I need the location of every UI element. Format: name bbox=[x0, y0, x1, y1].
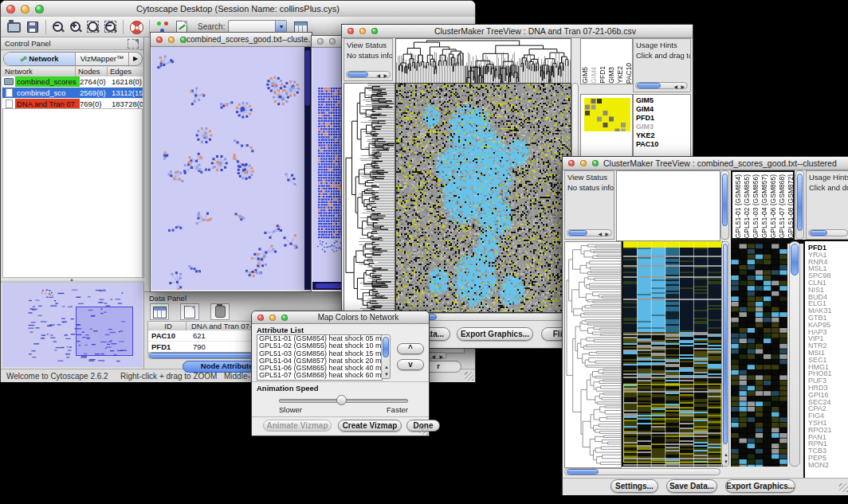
help-lifesaver-icon[interactable] bbox=[129, 20, 143, 33]
search-dropdown-icon[interactable]: ▼ bbox=[275, 21, 286, 33]
minimize-icon[interactable] bbox=[329, 38, 336, 45]
attribute-list-scrollbar[interactable]: ▲ ▼ bbox=[381, 334, 391, 379]
close-icon[interactable] bbox=[257, 315, 264, 321]
close-icon[interactable] bbox=[317, 38, 324, 45]
tv2-main-vscroll[interactable]: ▲ ▼ bbox=[721, 241, 729, 467]
gene-label[interactable]: GIM5 bbox=[636, 96, 690, 105]
column-label: GPL51-04 (GSM857) bbox=[760, 174, 768, 238]
column-label: PAC10 bbox=[625, 63, 633, 84]
main-title-bar[interactable]: Cytoscape Desktop (Session Name: collins… bbox=[1, 1, 475, 18]
minimize-icon[interactable] bbox=[359, 28, 366, 34]
animate-vizmap-button[interactable]: Animate Vizmap bbox=[263, 420, 332, 432]
tv2-status-scroll[interactable]: ◀▶ bbox=[567, 229, 612, 236]
zoom-window-icon[interactable] bbox=[35, 5, 44, 14]
slider-thumb[interactable] bbox=[336, 395, 347, 405]
network-vscrollbar[interactable] bbox=[304, 47, 311, 290]
col-header-nodes[interactable]: Nodes bbox=[76, 67, 108, 76]
attribute-list[interactable]: GPL51-01 (GSM854) heat shock 05 minGPL51… bbox=[257, 334, 383, 381]
col-header-edges[interactable]: Edges bbox=[108, 67, 143, 76]
network-canvas[interactable] bbox=[151, 47, 304, 290]
minimize-icon[interactable] bbox=[21, 5, 29, 14]
tv2-usage-scroll[interactable] bbox=[808, 229, 848, 236]
zoom-window-icon[interactable] bbox=[592, 160, 599, 166]
move-up-button[interactable]: ^ bbox=[397, 343, 424, 354]
tv2-zoom-heatmap[interactable] bbox=[731, 244, 787, 467]
scroll-down-icon[interactable]: ▼ bbox=[724, 459, 728, 465]
tv2-settings-button[interactable]: Settings... bbox=[610, 479, 658, 493]
gene-label[interactable]: PFD1 bbox=[636, 114, 690, 123]
delete-attribute-icon[interactable] bbox=[210, 303, 230, 320]
network-view-frame: combined_scores_good.txt--cluste... bbox=[150, 32, 312, 292]
tab-overflow-arrow[interactable]: ▶ bbox=[129, 53, 142, 65]
zoom-in-icon[interactable] bbox=[69, 21, 82, 33]
zoom-out-icon[interactable] bbox=[52, 21, 65, 33]
zoom-window-icon[interactable] bbox=[371, 28, 378, 34]
close-icon[interactable] bbox=[347, 28, 354, 34]
gene-label[interactable]: YKE2 bbox=[636, 131, 690, 140]
zoom-selected-icon[interactable] bbox=[87, 21, 100, 33]
main-resize-grip[interactable] bbox=[465, 372, 473, 381]
close-icon[interactable] bbox=[568, 160, 575, 166]
gene-label[interactable]: PAC10 bbox=[636, 140, 690, 149]
tv2-column-area bbox=[616, 170, 720, 241]
zoom-window-icon[interactable] bbox=[180, 37, 186, 43]
window-controls[interactable] bbox=[1, 5, 44, 14]
dialog-resize-grip[interactable] bbox=[419, 426, 428, 435]
tv2-row-dendrogram[interactable] bbox=[564, 241, 622, 468]
tv1-export-graphics-button[interactable]: Export Graphics... bbox=[457, 327, 533, 341]
birdseye-view[interactable] bbox=[2, 283, 143, 367]
animation-speed-slider[interactable] bbox=[279, 396, 406, 404]
scroll-down-icon[interactable]: ▼ bbox=[384, 371, 389, 377]
tv1-status-scroll[interactable]: ◀▶ bbox=[346, 71, 391, 78]
status-hint-pan: Middle- bbox=[224, 372, 250, 381]
zoom-fit-icon[interactable] bbox=[104, 21, 117, 33]
tv1-row-dendrogram[interactable] bbox=[344, 83, 395, 313]
treeview2-title-bar[interactable]: ClusterMaker TreeView : combined_scores_… bbox=[563, 157, 848, 170]
save-session-icon[interactable] bbox=[26, 20, 40, 33]
minimize-icon[interactable] bbox=[269, 315, 276, 321]
select-attributes-icon[interactable] bbox=[150, 303, 169, 320]
tv2-resize-grip[interactable] bbox=[839, 483, 848, 492]
column-label: GIM5 bbox=[581, 67, 589, 84]
tv2-export-graphics-button[interactable]: Export Graphics... bbox=[725, 479, 795, 493]
scroll-right-icon[interactable]: ▶ bbox=[439, 354, 443, 360]
tv1-column-dendrogram[interactable] bbox=[395, 38, 571, 84]
close-icon[interactable] bbox=[156, 37, 163, 43]
network-tree-area bbox=[2, 108, 143, 278]
tab-vizmapper[interactable]: VizMapper™ bbox=[76, 53, 129, 65]
close-icon[interactable] bbox=[6, 5, 15, 14]
attribute-list-item[interactable]: GPL51-07 (GSM868) heat shock 60 min bbox=[257, 372, 382, 379]
open-file-icon[interactable] bbox=[6, 20, 21, 33]
new-attribute-icon[interactable] bbox=[180, 303, 199, 320]
network-frame-title-bar[interactable]: combined_scores_good.txt--cluste... bbox=[151, 33, 312, 47]
network-row[interactable]: combined_scores2764(0)16218(0) bbox=[2, 76, 143, 88]
map-dialog-title-bar[interactable]: Map Colors to Network bbox=[252, 311, 429, 324]
treeview1-title-bar[interactable]: ClusterMaker TreeView : DNA and Tran 07-… bbox=[342, 25, 693, 38]
minimize-icon[interactable] bbox=[580, 160, 587, 166]
zoom-window-icon[interactable] bbox=[281, 315, 288, 321]
tv2-save-data-button[interactable]: Save Data... bbox=[666, 479, 717, 493]
gene-label[interactable]: GIM3 bbox=[636, 123, 690, 131]
tv2-heatmap[interactable] bbox=[622, 241, 723, 467]
tv2-gene-list[interactable]: PFD1YRA1RNR4MSL1SPC98CLN1NIS1BUD4ELG1MAK… bbox=[803, 241, 848, 478]
tv2-top-vscroll[interactable] bbox=[720, 170, 729, 240]
scroll-up-icon[interactable]: ▲ bbox=[724, 451, 728, 458]
scroll-up-icon[interactable]: ▲ bbox=[384, 364, 389, 370]
id-col-header[interactable]: ID bbox=[148, 322, 186, 330]
tv2-zoom-vscroll[interactable] bbox=[789, 241, 800, 467]
gene-label[interactable]: MON2 bbox=[808, 462, 848, 469]
tv1-usage-scroll[interactable]: ◀▶ bbox=[635, 82, 688, 89]
gene-id: PAC10 bbox=[148, 330, 186, 341]
move-down-button[interactable]: v bbox=[397, 359, 424, 370]
col-header-network[interactable]: Network bbox=[2, 67, 76, 76]
scroll-left-icon[interactable]: ◀ bbox=[431, 354, 435, 360]
minimize-icon[interactable] bbox=[168, 37, 175, 43]
tv1-heatmap[interactable] bbox=[395, 83, 571, 313]
network-row[interactable]: combined_sco2569(6)13112(15) bbox=[2, 88, 143, 99]
tv2-hscroll[interactable] bbox=[564, 468, 720, 475]
gene-label[interactable]: GIM4 bbox=[636, 105, 690, 114]
tv2-labels-vscroll[interactable] bbox=[795, 170, 804, 240]
create-vizmap-button[interactable]: Create Vizmap bbox=[338, 420, 402, 432]
tab-network[interactable]: ☍ Network bbox=[4, 53, 76, 65]
float-panel-icon[interactable] bbox=[128, 39, 139, 49]
